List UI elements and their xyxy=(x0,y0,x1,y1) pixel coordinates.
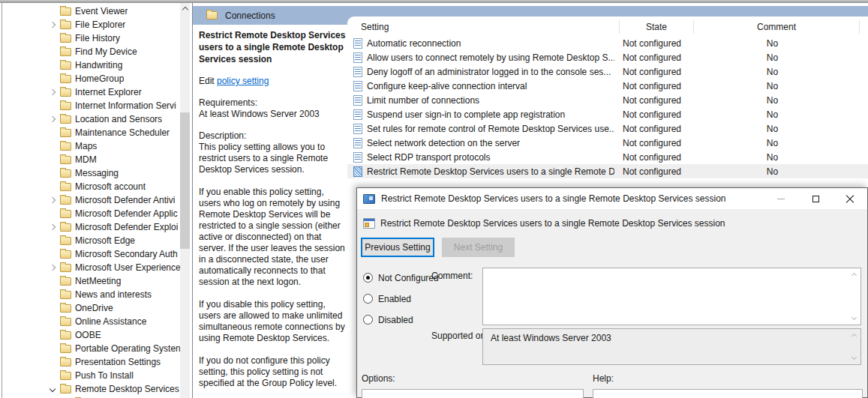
radio-button-icon[interactable] xyxy=(363,294,373,304)
expand-chevron-icon[interactable] xyxy=(47,140,59,152)
tree-item[interactable]: Location and Sensors xyxy=(2,112,180,126)
expand-chevron-icon[interactable] xyxy=(47,248,59,260)
tree-item[interactable]: Presentation Settings xyxy=(2,355,180,369)
expand-chevron-icon[interactable] xyxy=(47,167,59,179)
policy-setting-icon xyxy=(353,81,362,91)
expand-chevron-icon[interactable] xyxy=(47,154,59,166)
expand-chevron-icon[interactable] xyxy=(47,59,59,71)
scroll-up-chevron-icon[interactable] xyxy=(851,273,857,278)
expand-chevron-icon[interactable] xyxy=(47,221,59,233)
scroll-down-chevron-icon[interactable] xyxy=(851,355,857,360)
expand-chevron-icon[interactable] xyxy=(47,343,59,355)
scroll-up-chevron-icon[interactable] xyxy=(851,334,857,339)
radio-option[interactable]: Not Configured xyxy=(363,272,439,283)
tree-item[interactable]: OOBE xyxy=(2,328,180,342)
folder-icon xyxy=(60,304,71,313)
tree-item[interactable]: Push To Install xyxy=(2,369,180,382)
column-header-setting[interactable]: Setting xyxy=(347,22,619,32)
expand-chevron-icon[interactable] xyxy=(47,356,59,368)
maximize-button[interactable] xyxy=(798,188,833,209)
setting-row[interactable]: Automatic reconnection Not configured No xyxy=(347,36,868,50)
tree-item[interactable]: Microsoft User Experience xyxy=(2,261,180,274)
column-header-comment[interactable]: Comment xyxy=(694,20,860,34)
minimize-icon xyxy=(777,199,785,199)
tree-item[interactable]: Find My Device xyxy=(2,45,180,58)
sidebar-scrollbar[interactable] xyxy=(180,3,190,398)
tree-item[interactable]: Microsoft account xyxy=(2,180,180,193)
expand-chevron-icon[interactable] xyxy=(47,113,59,125)
radio-button-icon[interactable] xyxy=(363,315,373,325)
expand-chevron-icon[interactable] xyxy=(47,208,59,220)
expand-chevron-icon[interactable] xyxy=(47,127,59,139)
setting-row[interactable]: Allow users to connect remotely by using… xyxy=(347,50,868,64)
tree-item[interactable]: Microsoft Defender Exploi xyxy=(2,220,180,234)
tree-item[interactable]: Handwriting xyxy=(2,58,180,72)
tree-item[interactable]: Event Viewer xyxy=(2,4,180,18)
tree-item[interactable]: Microsoft Defender Antivi xyxy=(2,193,180,207)
tree-item[interactable]: Internet Explorer xyxy=(2,85,180,99)
setting-row[interactable]: Restrict Remote Desktop Services users t… xyxy=(347,164,868,178)
expand-chevron-icon[interactable] xyxy=(47,181,59,193)
tree-item-label: OneDrive xyxy=(75,303,113,313)
setting-row[interactable]: Suspend user sign-in to complete app reg… xyxy=(347,107,868,121)
expand-chevron-icon[interactable] xyxy=(47,275,59,287)
expand-chevron-icon[interactable] xyxy=(47,46,59,58)
scrollbar-thumb[interactable] xyxy=(180,112,190,249)
radio-option[interactable]: Enabled xyxy=(363,293,439,304)
radio-option[interactable]: Disabled xyxy=(363,314,439,325)
minimize-button[interactable] xyxy=(764,188,798,209)
setting-row[interactable]: Deny logoff of an administrator logged i… xyxy=(347,64,868,79)
tree-item[interactable]: MDM xyxy=(2,153,180,166)
setting-row[interactable]: Set rules for remote control of Remote D… xyxy=(347,121,868,136)
expand-chevron-icon[interactable] xyxy=(47,32,59,44)
tree-item[interactable]: Online Assistance xyxy=(2,315,180,328)
column-header-state[interactable]: State xyxy=(619,20,694,34)
edit-policy-setting-link[interactable]: policy setting xyxy=(217,76,269,86)
tree-item[interactable]: Microsoft Secondary Auth xyxy=(2,247,180,261)
radio-button-icon[interactable] xyxy=(363,273,373,283)
scroll-up-arrow-icon[interactable] xyxy=(180,3,190,14)
expand-chevron-icon[interactable] xyxy=(47,370,59,382)
previous-setting-button[interactable]: Previous Setting xyxy=(361,238,434,257)
expand-chevron-icon[interactable] xyxy=(47,235,59,247)
setting-row[interactable]: Limit number of connections Not configur… xyxy=(347,93,868,107)
tree-item[interactable]: Portable Operating Systen xyxy=(2,342,180,355)
expand-chevron-icon[interactable] xyxy=(47,262,59,274)
expand-chevron-icon[interactable] xyxy=(47,329,59,341)
tree-item[interactable]: NetMeeting xyxy=(2,274,180,288)
expand-chevron-icon[interactable] xyxy=(47,19,59,31)
tree-item[interactable]: HomeGroup xyxy=(2,72,180,85)
expand-chevron-icon[interactable] xyxy=(47,302,59,314)
tree-item[interactable]: Maps xyxy=(2,139,180,153)
expand-chevron-icon[interactable] xyxy=(47,194,59,206)
tree-item[interactable]: Messaging xyxy=(2,166,180,180)
tree-item[interactable]: Internet Information Servi xyxy=(2,99,180,112)
policy-setting-icon xyxy=(353,152,362,163)
comment-textarea[interactable] xyxy=(482,268,861,325)
expand-chevron-icon[interactable] xyxy=(47,316,59,328)
state-radio-group: Not Configured Enabled Disabled xyxy=(363,272,439,335)
expand-chevron-icon[interactable] xyxy=(47,100,59,112)
tree-item-label: File History xyxy=(75,33,120,43)
scroll-down-chevron-icon[interactable] xyxy=(851,315,857,320)
setting-name-cell: Restrict Remote Desktop Services users t… xyxy=(362,166,614,177)
close-button[interactable] xyxy=(833,188,867,209)
expand-chevron-icon[interactable] xyxy=(47,383,59,395)
expand-chevron-icon[interactable] xyxy=(47,73,59,85)
setting-row[interactable]: Configure keep-alive connection interval… xyxy=(347,79,868,93)
tree-item[interactable]: Remote Desktop Services xyxy=(2,382,180,396)
expand-chevron-icon[interactable] xyxy=(47,5,59,17)
expand-chevron-icon[interactable] xyxy=(47,86,59,98)
tree-item[interactable]: Microsoft Edge xyxy=(2,234,180,247)
next-setting-button[interactable]: Next Setting xyxy=(442,238,515,257)
expand-chevron-icon[interactable] xyxy=(47,289,59,301)
tree-item[interactable]: File History xyxy=(2,31,180,45)
tree-item[interactable]: News and interests xyxy=(2,288,180,301)
tree-item[interactable]: Maintenance Scheduler xyxy=(2,126,180,139)
tree-item[interactable]: File Explorer xyxy=(2,18,180,31)
dialog-titlebar[interactable]: Restrict Remote Desktop Services users t… xyxy=(357,188,867,209)
setting-row[interactable]: Select network detection on the server N… xyxy=(347,136,868,150)
tree-item[interactable]: OneDrive xyxy=(2,301,180,315)
setting-row[interactable]: Select RDP transport protocols Not confi… xyxy=(347,150,868,164)
tree-item[interactable]: Microsoft Defender Applic xyxy=(2,207,180,220)
